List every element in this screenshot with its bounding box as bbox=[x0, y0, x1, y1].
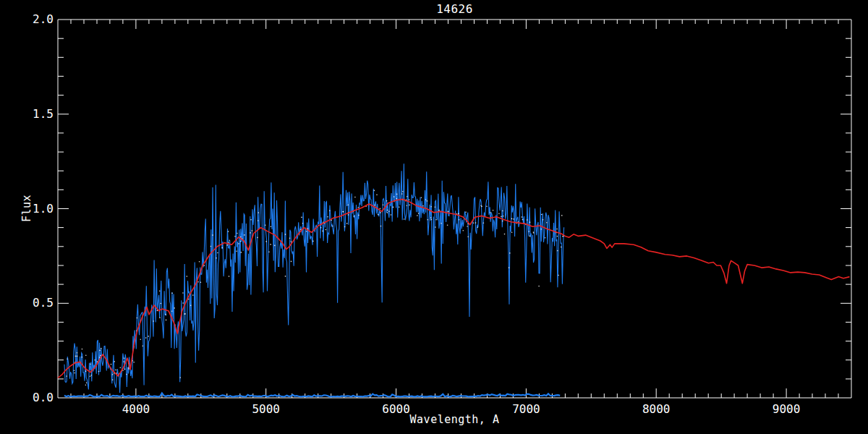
data-speck bbox=[498, 213, 500, 214]
data-speck bbox=[493, 210, 494, 211]
data-speck bbox=[160, 303, 161, 305]
data-speck bbox=[77, 356, 78, 357]
data-speck bbox=[459, 219, 460, 221]
data-speck bbox=[190, 305, 192, 307]
data-speck bbox=[502, 210, 503, 212]
data-speck bbox=[153, 320, 154, 322]
data-speck bbox=[557, 236, 558, 237]
data-speck bbox=[148, 336, 149, 337]
data-speck bbox=[166, 320, 167, 321]
data-speck bbox=[250, 232, 251, 234]
data-speck bbox=[527, 219, 528, 221]
data-speck bbox=[409, 205, 410, 206]
data-speck bbox=[348, 214, 349, 216]
data-speck bbox=[376, 194, 378, 195]
data-speck bbox=[90, 363, 91, 365]
y-tick-label: 0.0 bbox=[33, 391, 54, 404]
data-speck bbox=[179, 377, 181, 378]
data-speck bbox=[490, 212, 491, 213]
data-speck bbox=[448, 211, 449, 213]
data-speck bbox=[145, 337, 147, 339]
data-speck bbox=[388, 210, 390, 212]
data-speck bbox=[529, 236, 531, 237]
error-spectrum-line bbox=[64, 393, 560, 396]
data-speck bbox=[226, 244, 228, 246]
data-speck bbox=[285, 276, 286, 277]
data-speck bbox=[312, 241, 314, 242]
data-speck bbox=[557, 250, 558, 252]
data-speck bbox=[358, 215, 359, 216]
data-speck bbox=[396, 194, 398, 195]
data-speck bbox=[100, 355, 101, 357]
data-speck bbox=[386, 200, 388, 202]
data-speck bbox=[422, 205, 424, 207]
data-speck bbox=[187, 276, 188, 277]
data-speck bbox=[391, 214, 392, 216]
data-speck bbox=[210, 246, 212, 247]
data-speck bbox=[237, 233, 238, 234]
data-speck bbox=[291, 261, 292, 263]
data-speck bbox=[81, 357, 82, 358]
data-speck bbox=[101, 348, 102, 349]
x-axis-label: Wavelength, A bbox=[58, 413, 851, 426]
data-speck bbox=[75, 356, 77, 357]
data-speck bbox=[393, 207, 394, 208]
data-speck bbox=[199, 261, 200, 263]
data-speck bbox=[407, 196, 408, 197]
data-speck bbox=[236, 250, 237, 252]
data-speck bbox=[67, 359, 68, 360]
data-speck bbox=[320, 227, 322, 229]
data-speck bbox=[561, 247, 562, 248]
data-speck bbox=[90, 375, 92, 376]
y-axis-label: Flux bbox=[20, 195, 33, 222]
data-speck bbox=[240, 241, 242, 242]
data-speck bbox=[511, 231, 513, 233]
data-speck bbox=[123, 361, 124, 362]
data-speck bbox=[481, 206, 482, 208]
data-speck bbox=[250, 219, 252, 221]
data-speck bbox=[387, 210, 388, 211]
data-speck bbox=[112, 379, 114, 380]
data-speck bbox=[306, 231, 307, 232]
data-speck bbox=[522, 219, 524, 221]
data-speck bbox=[438, 210, 440, 211]
data-speck bbox=[182, 302, 184, 304]
data-speck bbox=[126, 374, 127, 375]
data-speck bbox=[396, 198, 397, 200]
data-speck bbox=[387, 212, 388, 213]
data-speck bbox=[99, 357, 101, 358]
data-speck bbox=[558, 275, 559, 276]
data-speck bbox=[522, 216, 523, 218]
data-speck bbox=[435, 219, 437, 221]
data-speck bbox=[431, 219, 433, 221]
data-speck bbox=[204, 265, 205, 266]
data-speck bbox=[188, 299, 190, 300]
data-speck bbox=[502, 221, 503, 222]
data-speck bbox=[329, 210, 331, 212]
data-speck bbox=[241, 252, 242, 253]
data-speck bbox=[270, 244, 271, 245]
data-speck bbox=[435, 226, 436, 228]
data-speck bbox=[112, 374, 114, 375]
data-speck bbox=[561, 215, 563, 216]
data-speck bbox=[425, 199, 427, 200]
data-speck bbox=[265, 225, 266, 226]
data-speck bbox=[417, 215, 418, 216]
data-speck bbox=[467, 237, 469, 238]
data-speck bbox=[407, 205, 408, 207]
data-speck bbox=[197, 281, 199, 283]
data-speck bbox=[98, 371, 100, 373]
data-speck bbox=[182, 292, 184, 294]
data-speck bbox=[374, 190, 375, 192]
data-speck bbox=[528, 231, 529, 232]
data-speck bbox=[171, 311, 173, 312]
data-speck bbox=[463, 230, 464, 231]
data-speck bbox=[509, 252, 511, 254]
data-speck bbox=[159, 290, 161, 292]
data-speck bbox=[404, 218, 405, 220]
data-speck bbox=[374, 205, 375, 206]
data-speck bbox=[393, 196, 395, 197]
data-speck bbox=[541, 214, 542, 216]
data-speck bbox=[504, 234, 506, 235]
data-speck bbox=[503, 216, 504, 217]
